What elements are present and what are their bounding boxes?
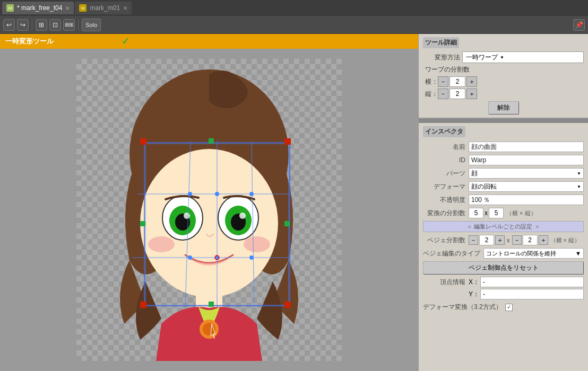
undo-button[interactable]: ↩ (3, 19, 15, 31)
vertex-y-label: Y： (469, 290, 479, 299)
canvas-area: 一時変形ツール ✓ (0, 34, 418, 371)
horizontal-value: 2 (449, 76, 465, 87)
deformer-conv-label: デフォーマ変換（3.2方式） (423, 303, 502, 312)
bezier-div-x-value: 2 (479, 235, 494, 245)
bezier-type-label: ベジェ編集のタイプ (423, 249, 480, 258)
bezier-x-plus-button[interactable]: ＋ (495, 235, 505, 245)
toolbar: ↩ ↪ ⊞ ⊡ ⊞⊞ Solo 📌 (0, 16, 588, 34)
inspector-title: インスペクタ (423, 126, 465, 137)
parts-dropdown[interactable]: 顔 ▼ (469, 168, 584, 179)
tool-details-title: ツール詳細 (423, 37, 459, 48)
release-button[interactable]: 解除 (488, 101, 519, 114)
transform-method-arrow-icon: ▼ (500, 55, 504, 60)
horizontal-label: 横： (425, 77, 438, 86)
bezier-type-row: ベジェ編集のタイプ コントロールの関係を維持 ▼ (423, 248, 584, 259)
crop-button[interactable]: ⊡ (49, 19, 61, 31)
bezier-div-unit: （横 × 縦） (550, 236, 581, 244)
toolbar-separator-1 (32, 20, 32, 30)
bezier-type-arrow-icon: ▼ (575, 250, 581, 257)
tab-close-2[interactable]: ✕ (123, 5, 127, 11)
edit-level-bar[interactable]: ＜ 編集レベルごとの設定 ＞ (423, 221, 584, 232)
vertex-x-value: - (480, 277, 584, 287)
svg-rect-33 (140, 302, 146, 308)
deformer-conv-row: デフォーマ変換（3.2方式） (423, 303, 584, 312)
tab-icon-2: M (79, 4, 87, 12)
parts-label: パーツ (423, 169, 465, 178)
right-panel: ツール詳細 変形方法 一時ワープ ▼ ワープの分割数 横： － 2 ＋ (418, 34, 588, 371)
division-unit: （横 × 縦） (506, 209, 537, 217)
division-label: 変換の分割数 (423, 209, 465, 218)
division-x-separator: x (485, 209, 488, 217)
deformer-row: デフォーマ 顔の回転 ▼ (423, 181, 584, 192)
canvas-viewport[interactable] (0, 49, 418, 371)
svg-rect-38 (284, 221, 290, 226)
name-value[interactable]: 顔の曲面 (469, 142, 584, 152)
vertical-plus-button[interactable]: ＋ (466, 89, 477, 99)
main-content: 一時変形ツール ✓ (0, 34, 588, 371)
tab-mark-m01[interactable]: M mark_m01 ✕ (75, 2, 132, 14)
name-row: 名前 顔の曲面 (423, 142, 584, 152)
svg-rect-35 (209, 138, 214, 144)
svg-point-17 (239, 213, 246, 219)
svg-point-8 (148, 236, 175, 252)
bezier-y-minus-button[interactable]: － (512, 235, 522, 245)
bezier-div-row: ベジェ分割数 － 2 ＋ x － 2 ＋ （横 × 縦） (423, 235, 584, 245)
canvas-label-text: 一時変形ツール (5, 37, 54, 46)
bezier-x-separator: x (507, 237, 510, 243)
transform-method-value: 一時ワープ (466, 53, 498, 62)
vertical-minus-button[interactable]: － (438, 89, 448, 99)
horizontal-minus-button[interactable]: － (438, 76, 448, 87)
confirm-check-button[interactable]: ✓ (122, 36, 129, 47)
id-row: ID Warp (423, 155, 584, 165)
solo-button[interactable]: Solo (82, 19, 101, 31)
bezier-reset-button[interactable]: ベジェ制御点をリセット (423, 261, 584, 275)
bezier-type-dropdown[interactable]: コントロールの関係を維持 ▼ (483, 248, 584, 259)
canvas-label-bar: 一時変形ツール ✓ (0, 34, 418, 49)
vertical-label: 縦： (425, 90, 438, 99)
vertex-x-label: X： (469, 278, 479, 287)
bezier-y-plus-button[interactable]: ＋ (539, 235, 548, 245)
svg-rect-31 (140, 138, 146, 145)
division-x-value[interactable]: 5 (469, 208, 483, 218)
vertex-y-row: Y： - (423, 289, 584, 299)
parts-dropdown-arrow-icon: ▼ (577, 171, 581, 176)
title-bar: M * mark_free_t04 ✕ M mark_m01 ✕ (0, 0, 588, 16)
svg-point-40 (215, 192, 219, 196)
svg-rect-37 (140, 221, 145, 226)
transform-method-select[interactable]: 一時ワープ ▼ (462, 51, 584, 63)
deformer-dropdown[interactable]: 顔の回転 ▼ (469, 181, 584, 192)
bezier-x-minus-button[interactable]: － (469, 235, 478, 245)
id-value[interactable]: Warp (469, 155, 584, 165)
deformer-dropdown-arrow-icon: ▼ (577, 184, 581, 189)
vertex-x-row: 頂点情報 X： - (423, 277, 584, 287)
bezier-div-y-value: 2 (523, 235, 538, 245)
svg-point-44 (249, 255, 254, 260)
division-y-value[interactable]: 5 (489, 208, 504, 218)
character-illustration (76, 59, 342, 361)
horizontal-plus-button[interactable]: ＋ (466, 76, 477, 87)
transform-button[interactable]: ⊞ (36, 19, 47, 31)
vertical-value: 2 (449, 89, 465, 99)
pin-button[interactable]: 📌 (573, 19, 585, 31)
transform-method-row: 変形方法 一時ワープ ▼ (423, 51, 584, 63)
division-row: 変換の分割数 5 x 5 （横 × 縦） (423, 208, 584, 218)
redo-button[interactable]: ↪ (17, 19, 29, 31)
svg-rect-34 (284, 302, 291, 308)
tab-close-1[interactable]: ✕ (65, 5, 70, 11)
warp-grid-section: 横： － 2 ＋ 縦： － 2 ＋ (425, 76, 584, 99)
svg-rect-36 (209, 302, 214, 307)
bezier-div-inputs: － 2 ＋ x － 2 ＋ （横 × 縦） (469, 235, 584, 245)
vertex-y-value: - (480, 289, 584, 299)
vertex-section: 頂点情報 X： - Y： - (423, 277, 584, 299)
tab-label-2: mark_m01 (90, 4, 120, 12)
warp-divisions-label: ワープの分割数 (425, 65, 584, 74)
pin-icon: 📌 (573, 19, 585, 31)
name-label: 名前 (423, 143, 465, 152)
svg-point-39 (188, 192, 192, 196)
vertical-stepper: － 2 ＋ (438, 89, 477, 99)
horizontal-stepper: － 2 ＋ (438, 76, 477, 87)
tab-mark-free-t04[interactable]: M * mark_free_t04 ✕ (2, 2, 74, 14)
deformer-conv-checkbox[interactable] (505, 304, 513, 311)
grid-button[interactable]: ⊞⊞ (63, 19, 75, 31)
opacity-value: 100 ％ (469, 195, 584, 205)
